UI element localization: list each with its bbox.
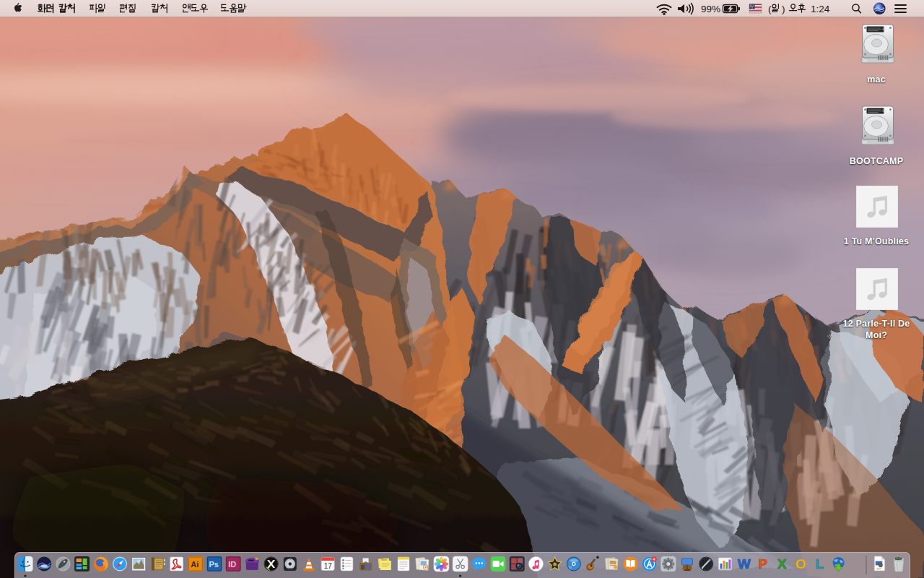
svg-text:X: X [777, 556, 787, 571]
svg-text:): ) [782, 4, 785, 14]
svg-text:(: ( [768, 4, 772, 14]
svg-text:17: 17 [324, 562, 333, 570]
svg-text:RTF: RTF [877, 568, 881, 571]
svg-text:ID: ID [228, 560, 236, 569]
svg-text:P: P [758, 556, 767, 571]
svg-text:Note: Note [381, 558, 386, 561]
svg-text:Ps: Ps [209, 560, 219, 569]
svg-text:W: W [738, 556, 751, 571]
svg-text:4: 4 [653, 557, 655, 561]
svg-text:L: L [816, 556, 824, 571]
svg-text:O: O [796, 556, 806, 571]
svg-text:99%: 99% [701, 4, 720, 14]
svg-text:Ai: Ai [191, 560, 199, 569]
svg-text:1:24: 1:24 [811, 4, 830, 14]
